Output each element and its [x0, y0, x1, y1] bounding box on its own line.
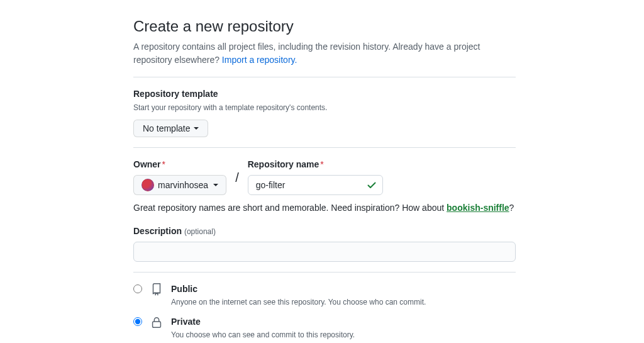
public-desc: Anyone on the internet can see this repo… — [171, 296, 426, 308]
repo-icon — [150, 283, 164, 296]
private-title: Private — [171, 315, 355, 329]
template-dropdown[interactable]: No template — [133, 120, 208, 137]
check-icon — [367, 180, 377, 190]
import-repository-link[interactable]: Import a repository. — [222, 55, 297, 65]
subtitle-text: A repository contains all project files,… — [133, 42, 480, 65]
private-desc: You choose who can see and commit to thi… — [171, 329, 355, 340]
reponame-label: Repository name — [248, 159, 319, 169]
divider — [133, 77, 516, 77]
svg-rect-0 — [153, 322, 161, 327]
required-asterisk: * — [320, 159, 323, 169]
name-hint: Great repository names are short and mem… — [133, 201, 516, 215]
repository-name-input[interactable] — [248, 175, 383, 195]
description-label: Description — [133, 226, 182, 236]
template-desc: Start your repository with a template re… — [133, 102, 516, 113]
private-radio[interactable] — [133, 317, 142, 326]
suggested-name-link[interactable]: bookish-sniffle — [447, 203, 509, 213]
divider — [133, 147, 516, 148]
lock-icon — [150, 315, 164, 329]
owner-dropdown[interactable]: marvinhosea — [133, 175, 226, 195]
caret-down-icon — [213, 184, 218, 186]
page-title: Create a new repository — [133, 15, 516, 38]
public-radio[interactable] — [133, 284, 142, 293]
page-subtitle: A repository contains all project files,… — [133, 40, 516, 67]
hint-text: Great repository names are short and mem… — [133, 203, 447, 213]
avatar — [142, 179, 154, 191]
optional-label: (optional) — [184, 227, 216, 236]
required-asterisk: * — [162, 159, 165, 169]
divider — [133, 272, 516, 273]
owner-name: marvinhosea — [158, 180, 208, 190]
template-dropdown-label: No template — [143, 123, 190, 133]
hint-suffix: ? — [509, 203, 514, 213]
caret-down-icon — [194, 127, 199, 130]
public-title: Public — [171, 283, 426, 296]
separator-slash: / — [235, 166, 239, 187]
description-input[interactable] — [133, 242, 516, 262]
template-label: Repository template — [133, 87, 516, 101]
owner-label: Owner — [133, 159, 161, 169]
